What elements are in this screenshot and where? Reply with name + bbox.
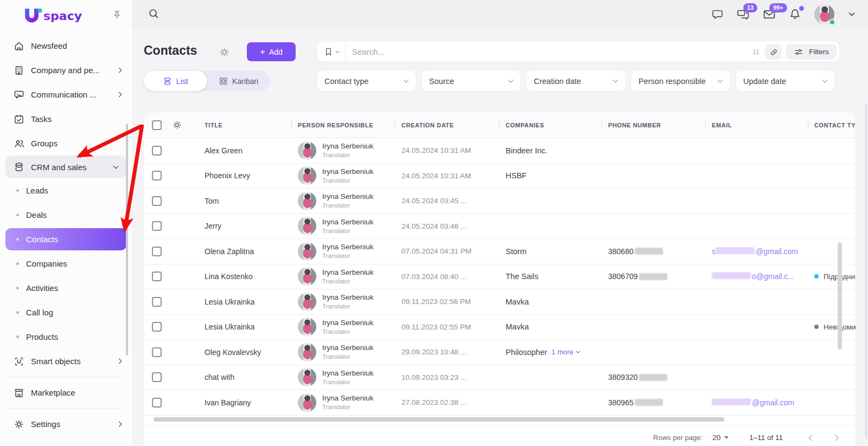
table-row[interactable]: Lesia UkrainkaIryna SerbeniukTranslator0… [144, 315, 856, 340]
column-header-contact-type[interactable]: Contact type [808, 112, 856, 138]
profile-chevron-down-icon[interactable] [847, 10, 856, 18]
row-checkbox[interactable] [152, 398, 162, 408]
rows-per-page-select[interactable]: 20 [712, 434, 729, 442]
contact-title[interactable]: Jerry [198, 222, 291, 230]
table-row[interactable]: Alex GreenIryna SerbeniukTranslator24.05… [144, 138, 856, 164]
search-input[interactable] [346, 47, 752, 56]
clear-search-eraser-button[interactable] [765, 44, 782, 60]
table-row[interactable]: Oleg KovalevskyIryna SerbeniukTranslator… [144, 340, 856, 365]
table-row[interactable]: chat withIryna SerbeniukTranslator10.09.… [144, 365, 856, 391]
company-name[interactable]: HSBF [506, 171, 527, 180]
filter-chip-creation-date[interactable]: Creation date [527, 71, 625, 91]
sidebar-item-products[interactable]: Products [0, 325, 132, 349]
sidebar-item-newsfeed[interactable]: Newsfeed [0, 34, 132, 58]
column-header-phone-number[interactable]: Phone number [602, 112, 705, 138]
user-avatar[interactable] [814, 4, 834, 24]
contact-title[interactable]: Lina Kostenko [198, 272, 291, 281]
column-header-email[interactable]: Email [705, 112, 808, 138]
filter-chip-source[interactable]: Source [422, 71, 520, 91]
sidebar-item-company-and-people[interactable]: Company and pe... [0, 58, 132, 82]
next-page-button[interactable] [832, 433, 841, 443]
company-name[interactable]: Mavka [506, 322, 529, 331]
sidebar-item-call-log[interactable]: Call log [0, 300, 132, 325]
chevron-down-icon [575, 349, 581, 355]
company-name[interactable]: Storm [506, 247, 527, 256]
tab-list-view[interactable]: List [144, 71, 207, 91]
row-checkbox[interactable] [152, 196, 162, 206]
row-checkbox[interactable] [152, 372, 162, 382]
company-name[interactable]: The Sails [506, 272, 538, 281]
table-row[interactable]: Lina KostenkoIryna SerbeniukTranslator07… [144, 264, 856, 290]
sidebar-scrollbar[interactable] [126, 124, 128, 355]
prev-page-button[interactable] [806, 433, 815, 443]
table-row[interactable]: Lesia UkrainkaIryna SerbeniukTranslator0… [144, 289, 856, 315]
column-header-companies[interactable]: Companies [499, 112, 602, 138]
column-header-title[interactable]: Title [198, 112, 291, 138]
row-checkbox[interactable] [152, 272, 162, 281]
column-header-person-responsible[interactable]: Person responsible [291, 112, 395, 138]
notifications-bell-icon[interactable] [789, 8, 801, 21]
saved-filters-bookmark[interactable] [317, 47, 345, 56]
company-name[interactable]: Bindeer Inc. [506, 146, 547, 155]
redacted-block [712, 398, 751, 405]
sidebar-item-groups[interactable]: Groups [0, 131, 132, 156]
row-checkbox[interactable] [152, 221, 162, 231]
sidebar-item-smart-objects[interactable]: Smart objects [0, 349, 132, 373]
sidebar-item-companies[interactable]: Companies [0, 251, 132, 276]
mail-icon[interactable]: 99+ [763, 8, 776, 21]
sidebar-item-activities[interactable]: Activities [0, 276, 132, 300]
email-link[interactable]: s@gmail.com [712, 247, 798, 256]
row-checkbox[interactable] [152, 146, 162, 156]
contact-title[interactable]: Lesia Ukrainka [198, 298, 291, 306]
table-row[interactable]: Olena ZaplitnaIryna SerbeniukTranslator0… [144, 239, 856, 264]
sidebar-item-leads[interactable]: Leads [0, 178, 132, 203]
horizontal-scrollbar[interactable] [154, 417, 724, 422]
contact-title[interactable]: Oleg Kovalevsky [198, 348, 291, 357]
column-header-creation-date[interactable]: Creation date [395, 112, 499, 138]
tab-kanban-view[interactable]: Kanban [207, 71, 271, 91]
contact-title[interactable]: Olena Zaplitna [198, 247, 291, 256]
row-checkbox[interactable] [152, 347, 162, 357]
sidebar-item-settings[interactable]: Settings [0, 412, 132, 436]
select-all-checkbox[interactable] [152, 120, 162, 130]
global-search-icon[interactable] [148, 8, 159, 22]
comments-icon[interactable] [711, 8, 724, 21]
sidebar-item-communication[interactable]: Communication ... [0, 82, 132, 107]
add-button[interactable]: + Add [247, 42, 296, 61]
uspacy-logo[interactable]: spacy [22, 5, 91, 26]
sidebar-item-contacts[interactable]: Contacts [5, 228, 126, 250]
contact-title[interactable]: Alex Green [198, 146, 291, 155]
email-link[interactable]: @gmail.com [712, 398, 794, 407]
more-companies-link[interactable]: 1 more [552, 348, 581, 356]
table-row[interactable]: Ivan BagrianyIryna SerbeniukTranslator27… [144, 390, 856, 416]
row-checkbox[interactable] [152, 322, 162, 332]
row-checkbox[interactable] [152, 297, 162, 307]
contact-title[interactable]: Tom [198, 197, 291, 205]
sidebar-item-marketplace[interactable]: Marketplace [0, 380, 132, 405]
contact-title[interactable]: Phoenix Levy [198, 171, 291, 180]
contact-title[interactable]: Ivan Bagriany [198, 398, 291, 407]
row-checkbox[interactable] [152, 247, 162, 256]
columns-settings-gear-icon[interactable] [172, 120, 182, 130]
chats-icon[interactable]: 13 [737, 8, 750, 21]
sidebar-item-tasks[interactable]: Tasks [0, 107, 132, 131]
window-scrollbar[interactable] [865, 103, 867, 439]
sidebar-item-crm-and-sales[interactable]: CRM and sales [5, 156, 126, 178]
table-row[interactable]: JerryIryna SerbeniukTranslator24.05.2024… [144, 214, 856, 240]
contact-title[interactable]: Lesia Ukrainka [198, 322, 291, 331]
email-link[interactable]: o@gmail.c... [712, 272, 794, 281]
row-checkbox[interactable] [152, 171, 162, 180]
table-vertical-scrollbar[interactable] [838, 242, 842, 350]
filters-button[interactable]: Filters [786, 44, 837, 60]
table-row[interactable]: TomIryna SerbeniukTranslator24.05.2024 0… [144, 189, 856, 214]
pin-sidebar-icon[interactable] [112, 10, 122, 22]
sidebar-item-deals[interactable]: Deals [0, 203, 132, 227]
company-name[interactable]: Mavka [506, 298, 529, 306]
table-row[interactable]: Phoenix LevyIryna SerbeniukTranslator24.… [144, 164, 856, 189]
filter-chip-contact-type[interactable]: Contact type [317, 71, 416, 91]
page-settings-gear-icon[interactable] [219, 47, 230, 60]
filter-chip-update-date[interactable]: Update date [736, 71, 834, 91]
company-name[interactable]: Philosopher [506, 348, 547, 357]
filter-chip-person-responsible[interactable]: Person responsible [631, 71, 730, 91]
contact-title[interactable]: chat with [198, 373, 291, 382]
